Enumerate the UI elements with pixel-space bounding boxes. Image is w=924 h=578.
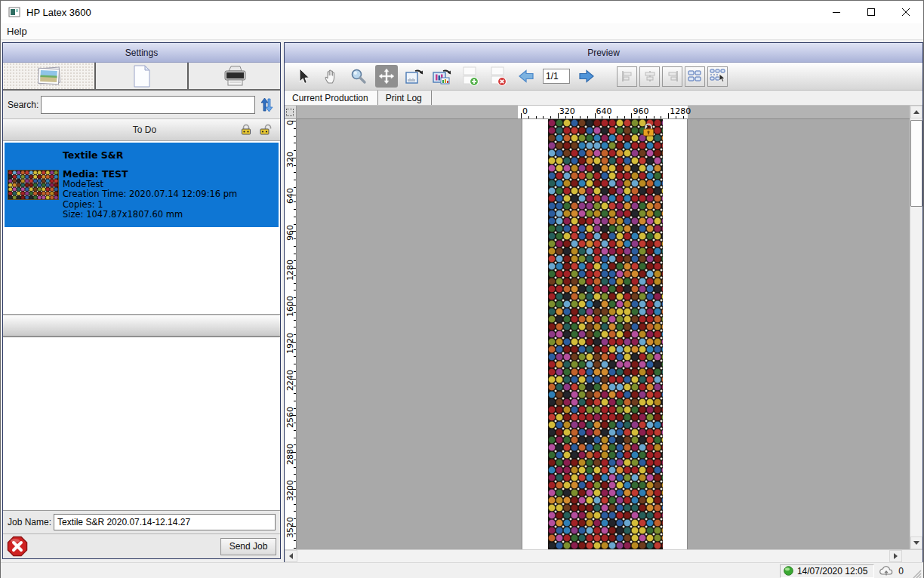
todo-title: To Do xyxy=(9,125,235,135)
jobname-row: Job Name: xyxy=(3,511,280,533)
remove-page-icon xyxy=(488,66,508,87)
align-center-icon xyxy=(643,69,657,83)
hand-icon xyxy=(322,67,340,85)
align-right-button[interactable] xyxy=(662,66,682,87)
tab-image-jobs[interactable] xyxy=(3,63,96,89)
job-copies: Copies: 1 xyxy=(63,200,276,211)
tile-select-button[interactable] xyxy=(707,66,728,87)
blank-page-icon xyxy=(132,65,152,88)
h-ruler-label: 0 xyxy=(522,106,528,116)
v-ruler-label: 3520 xyxy=(285,517,295,538)
minimize-button[interactable] xyxy=(819,1,854,23)
search-row: Search: xyxy=(3,91,280,119)
v-ruler-label: 3200 xyxy=(285,480,295,501)
job-mode: ModeTest xyxy=(63,180,276,190)
next-page-button[interactable] xyxy=(575,65,598,88)
job-item-selected[interactable]: Textile S&R Media: TEST ModeTest Creatio… xyxy=(5,143,279,227)
v-ruler-tick xyxy=(294,533,296,534)
h-ruler-tick xyxy=(639,116,639,118)
search-input[interactable] xyxy=(41,96,255,114)
preview-tab-row: Current Production Print Log xyxy=(285,91,922,106)
v-ruler-label: 1920 xyxy=(285,333,295,354)
v-ruler-tick xyxy=(294,283,296,284)
menu-help[interactable]: Help xyxy=(1,24,33,38)
v-ruler-label: 2560 xyxy=(285,407,295,428)
actions-row: Send Job xyxy=(3,533,280,558)
lock-closed-button[interactable] xyxy=(238,122,254,137)
v-ruler-tick xyxy=(294,327,296,327)
status-bar: 14/07/2020 12:05 0 xyxy=(1,562,923,578)
job-media: Media: TEST xyxy=(63,169,276,180)
v-ruler-tick xyxy=(294,180,296,180)
h-ruler-tick xyxy=(536,116,537,118)
scroll-down-button[interactable] xyxy=(910,536,922,549)
previous-page-button[interactable] xyxy=(515,65,537,88)
vertical-ruler: 0320640960128016001920224025602880320035… xyxy=(285,119,297,549)
h-ruler-tick xyxy=(617,116,618,118)
sort-refresh-button[interactable] xyxy=(257,95,276,115)
h-ruler-tick xyxy=(683,116,684,118)
h-ruler-tick xyxy=(528,116,529,118)
preview-header: Preview xyxy=(285,43,922,63)
v-ruler-tick xyxy=(294,393,296,394)
remove-page-button[interactable] xyxy=(487,65,510,88)
scroll-right-button[interactable] xyxy=(889,550,902,562)
preview-workspace: 03206409601280 0320640960128016001920224… xyxy=(285,106,922,562)
vertical-scrollbar[interactable] xyxy=(910,106,922,549)
printer-icon xyxy=(220,65,250,88)
v-ruler-label: 1600 xyxy=(285,296,295,317)
lock-closed-icon xyxy=(240,124,252,136)
tab-current-production[interactable]: Current Production xyxy=(285,91,378,105)
grid-tiles-icon xyxy=(688,69,703,83)
pending-jobs-count: 0 xyxy=(898,566,904,576)
send-job-button[interactable]: Send Job xyxy=(220,538,276,555)
v-ruler-tick xyxy=(294,238,296,239)
h-ruler-tick xyxy=(676,116,676,118)
tab-print-log[interactable]: Print Log xyxy=(378,91,432,105)
scroll-left-button[interactable] xyxy=(285,550,297,562)
v-ruler-tick xyxy=(294,401,296,401)
pan-tool-button[interactable] xyxy=(319,65,342,88)
lock-open-button[interactable] xyxy=(257,122,274,137)
h-ruler-tick xyxy=(572,116,573,118)
settings-panel: Settings xyxy=(2,42,281,559)
jobname-input[interactable] xyxy=(54,514,276,530)
print-job-preview[interactable] xyxy=(548,119,663,549)
cloud-upload-icon[interactable] xyxy=(879,564,894,578)
v-ruler-tick xyxy=(294,356,296,357)
titlebar: HP Latex 3600 xyxy=(1,1,923,23)
maximize-button[interactable] xyxy=(854,1,889,23)
stop-cancel-button[interactable] xyxy=(7,536,28,557)
search-label: Search: xyxy=(8,100,38,110)
v-ruler-tick xyxy=(294,430,296,431)
select-tool-button[interactable] xyxy=(291,65,314,88)
scroll-up-button[interactable] xyxy=(910,106,922,118)
h-ruler-tick xyxy=(646,116,647,118)
v-ruler-tick xyxy=(294,209,296,210)
settings-tab-strip xyxy=(3,63,280,91)
move-tool-button[interactable] xyxy=(375,65,398,88)
align-left-button[interactable] xyxy=(617,66,637,87)
page-indicator-input[interactable] xyxy=(543,69,570,84)
rotate-page-button[interactable] xyxy=(403,65,426,88)
rotate-image-icon xyxy=(432,66,453,86)
add-page-button[interactable] xyxy=(459,65,482,88)
v-ruler-tick xyxy=(294,246,296,247)
resize-grip[interactable] xyxy=(911,568,922,578)
align-center-button[interactable] xyxy=(639,66,660,87)
v-ruler-tick xyxy=(294,165,296,166)
horizontal-scrollbar[interactable] xyxy=(285,549,922,562)
rotate-image-button[interactable] xyxy=(431,65,454,88)
close-button[interactable] xyxy=(889,1,923,23)
menubar: Help xyxy=(1,23,923,40)
zoom-tool-button[interactable] xyxy=(347,65,370,88)
tab-printer-settings[interactable] xyxy=(189,63,280,89)
job-creation-time: Creation Time: 2020.07.14 12:09:16 pm xyxy=(63,189,276,200)
tile-view-button[interactable] xyxy=(685,66,705,87)
tab-document-settings[interactable] xyxy=(96,63,189,89)
v-ruler-tick xyxy=(294,386,296,386)
vertical-scroll-thumb[interactable] xyxy=(910,120,922,207)
h-ruler-tick xyxy=(550,116,551,118)
v-ruler-tick xyxy=(294,290,296,291)
lock-open-icon xyxy=(259,124,273,136)
